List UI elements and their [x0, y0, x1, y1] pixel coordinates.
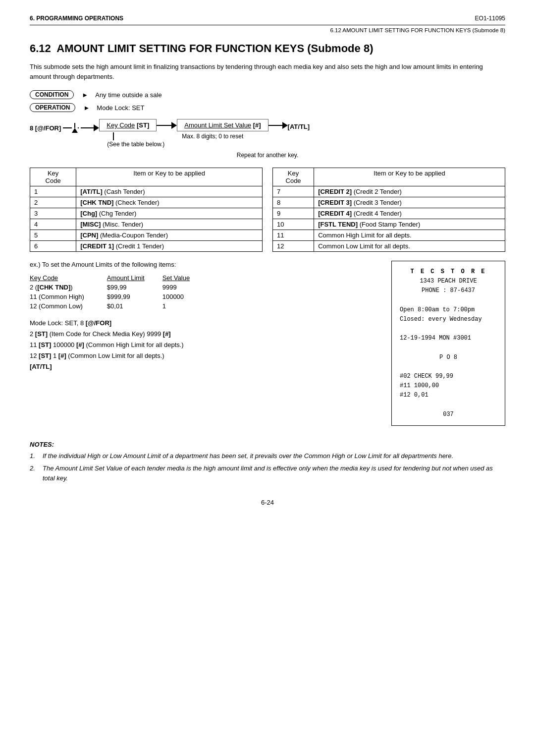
receipt-pos: P O 8: [400, 353, 497, 362]
example-table: Key Code Amount Limit Set Value 2 ([CHK …: [30, 273, 198, 311]
example-step: Mode Lock: SET, 8 [@/FOR]: [30, 318, 376, 329]
intro-text: This submode sets the high amount limit …: [30, 62, 505, 81]
receipt-date: 12-19-1994 MON #3001: [400, 334, 497, 343]
example-step: [AT/TL]: [30, 361, 376, 372]
note-item: 2.The Amount Limit Set Value of each ten…: [30, 464, 505, 484]
condition-row: CONDITION ► Any time outside a sale: [30, 90, 505, 99]
table-row: 1[AT/TL] (Cash Tender): [30, 186, 263, 197]
receipt-phone: PHONE : 87-6437: [400, 286, 497, 295]
table-right-col2: Item or Key to be applied: [314, 168, 505, 186]
table-row: 7[CREDIT 2] (Credit 2 Tender): [273, 186, 505, 197]
table-right-col1: KeyCode: [273, 168, 314, 186]
operation-text: Mode Lock: SET: [97, 104, 144, 112]
table-row: 12 (Common Low)$0,011: [30, 301, 198, 311]
section-title: 6.12 AMOUNT LIMIT SETTING FOR FUNCTION K…: [30, 42, 505, 55]
operation-badge: OPERATION: [30, 103, 75, 112]
example-step: 11 [ST] 100000 [#] (Common High Limit fo…: [30, 340, 376, 350]
receipt-address: 1343 PEACH DRIVE: [400, 277, 497, 286]
example-steps: Mode Lock: SET, 8 [@/FOR]2 [ST] (Item Co…: [30, 318, 376, 372]
subheader: 6.12 AMOUNT LIMIT SETTING FOR FUNCTION K…: [330, 27, 505, 33]
flow-step1-note: (See the table below.): [107, 141, 164, 148]
table-row: 2[CHK TND] (Check Tender): [30, 197, 263, 208]
receipt-box: T E C S T O R E 1343 PEACH DRIVE PHONE :…: [391, 261, 505, 426]
page-number: 6-24: [30, 499, 505, 506]
table-row: 11 (Common High)$999,99100000: [30, 292, 198, 301]
header-left: 6. PROGRAMMING OPERATIONS: [30, 15, 123, 22]
table-right: KeyCode Item or Key to be applied 7[CRED…: [272, 168, 505, 252]
receipt-line1: #02 CHECK 99,99: [400, 372, 497, 381]
example-col2: Amount Limit: [92, 273, 153, 283]
table-left-col1: KeyCode: [30, 168, 76, 186]
example-col3: Set Value: [153, 273, 198, 283]
flow-step2-note: Max. 8 digits; 0 to reset: [182, 133, 243, 140]
flow-step1: Key Code [ST]: [99, 119, 157, 131]
table-row: 5[CPN] (Media-Coupon Tender): [30, 230, 263, 241]
flow-start: 8 [@/FOR]: [30, 124, 61, 132]
table-row: 10[FSTL TEND] (Food Stamp Tender): [273, 219, 505, 230]
receipt-hours: Open 8:00am to 7:00pm: [400, 305, 497, 315]
notes-section: NOTES: 1.If the individual High or Low A…: [30, 440, 505, 484]
table-row: 2 ([CHK TND])$99,999999: [30, 283, 198, 292]
receipt-total: 037: [400, 410, 497, 419]
table-row: 4[MISC] (Misc. Tender): [30, 219, 263, 230]
table-left-col2: Item or Key to be applied: [76, 168, 263, 186]
table-row: 12Common Low Limit for all depts.: [273, 241, 505, 252]
flow-end: [AT/TL]: [288, 123, 310, 130]
receipt-store: T E C S T O R E: [400, 267, 497, 277]
flow-step2: Amount Limit Set Value [#]: [177, 119, 268, 131]
example-step: 12 [ST] 1 [#] (Common Low Limit for all …: [30, 350, 376, 361]
condition-text: Any time outside a sale: [95, 91, 161, 99]
example-title: ex.) To set the Amount Limits of the fol…: [30, 261, 376, 268]
receipt-closed: Closed: every Wednesday: [400, 315, 497, 324]
operation-row: OPERATION ► Mode Lock: SET: [30, 103, 505, 112]
table-row: 11Common High Limit for all depts.: [273, 230, 505, 241]
condition-badge: CONDITION: [30, 90, 74, 99]
example-step: 2 [ST] (Item Code for Check Media Key) 9…: [30, 329, 376, 340]
table-left: KeyCode Item or Key to be applied 1[AT/T…: [30, 168, 263, 252]
table-row: 8[CREDIT 3] (Credit 3 Tender): [273, 197, 505, 208]
tables-row: KeyCode Item or Key to be applied 1[AT/T…: [30, 168, 505, 252]
table-row: 3[Chg] (Chg Tender): [30, 208, 263, 219]
receipt-line2: #11 1000,00: [400, 381, 497, 391]
receipt-line3: #12 0,01: [400, 391, 497, 400]
flow-diagram: 8 [@/FOR]: [30, 119, 505, 148]
table-row: 9[CREDIT 4] (Credit 4 Tender): [273, 208, 505, 219]
notes-title: NOTES:: [30, 440, 54, 450]
table-row: 6[CREDIT 1] (Credit 1 Tender): [30, 241, 263, 252]
example-section: ex.) To set the Amount Limits of the fol…: [30, 261, 505, 426]
example-col1: Key Code: [30, 273, 92, 283]
repeat-label: Repeat for another key.: [30, 152, 505, 159]
header-right: EO1-11095: [475, 15, 505, 22]
note-item: 1.If the individual High or Low Amount L…: [30, 451, 505, 462]
